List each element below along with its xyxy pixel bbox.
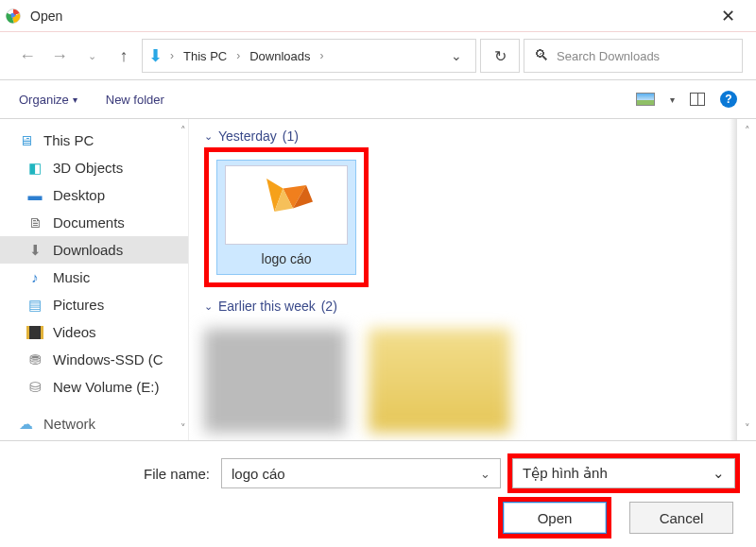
tree-item-network[interactable]: ☁ Network — [0, 410, 188, 437]
pictures-icon: ▤ — [26, 298, 43, 313]
search-icon: 🔍︎ — [534, 47, 549, 64]
chevron-down-icon: ⌄ — [88, 50, 96, 62]
navigation-tree: ˄ 🖥 This PC ◧ 3D Objects ▬ Desktop 🗎 Doc… — [0, 119, 189, 440]
group-label: Earlier this week — [218, 299, 316, 314]
disk-icon: ⛁ — [26, 380, 43, 395]
organize-menu[interactable]: Organize ▾ — [19, 93, 77, 107]
organize-label: Organize — [19, 93, 69, 107]
breadcrumb-item[interactable]: Downloads — [248, 45, 312, 67]
file-item-logo-cao[interactable]: logo cáo — [216, 160, 356, 275]
blurred-file-item[interactable] — [204, 329, 346, 433]
file-type-filter[interactable]: Tệp hình ảnh ⌄ — [512, 458, 735, 488]
chevron-down-icon: ⌄ — [204, 300, 213, 313]
search-placeholder: Search Downloads — [557, 49, 660, 63]
open-button-label: Open — [538, 510, 573, 526]
fox-icon — [253, 172, 319, 238]
tree-label: Videos — [53, 324, 96, 340]
dialog-body: ˄ 🖥 This PC ◧ 3D Objects ▬ Desktop 🗎 Doc… — [0, 119, 756, 440]
blurred-file-item[interactable] — [369, 329, 510, 433]
caret-down-icon[interactable]: ▾ — [670, 94, 675, 105]
tree-item-music[interactable]: ♪ Music — [0, 264, 188, 291]
monitor-icon: 🖥 — [17, 133, 34, 148]
music-icon: ♪ — [26, 270, 43, 285]
content-shadow — [730, 119, 737, 440]
tree-item-new-volume[interactable]: ⛁ New Volume (E:) — [0, 373, 188, 401]
tree-label: Music — [53, 269, 90, 285]
group-header-earlier[interactable]: ⌄ Earlier this week (2) — [204, 299, 737, 314]
window-title: Open — [30, 9, 696, 24]
tree-item-pictures[interactable]: ▤ Pictures — [0, 291, 188, 318]
group-count: (2) — [321, 299, 337, 314]
tree-label: Documents — [53, 214, 125, 231]
open-button[interactable]: Open — [503, 502, 607, 534]
chrome-icon — [6, 9, 21, 24]
new-folder-button[interactable]: New folder — [106, 93, 164, 107]
breadcrumb-dropdown-button[interactable]: ⌄ — [451, 48, 470, 63]
download-icon: ⬇ — [26, 243, 43, 258]
cancel-button[interactable]: Cancel — [629, 502, 733, 534]
svg-marker-4 — [274, 209, 293, 229]
preview-pane-icon[interactable] — [690, 93, 705, 106]
nav-up-button[interactable]: ↑ — [110, 42, 138, 70]
nav-forward-button[interactable]: → — [45, 42, 74, 70]
refresh-button[interactable]: ↻ — [480, 39, 520, 73]
footer-buttons: Open Cancel — [503, 502, 735, 534]
toolbar: Organize ▾ New folder ▾ ? — [0, 79, 756, 119]
arrow-right-icon: → — [51, 46, 68, 66]
content-scroll-down[interactable]: ˅ — [745, 422, 750, 435]
disk-icon: ⛃ — [26, 352, 43, 368]
open-file-dialog: Open ✕ ← → ⌄ ↑ ⬇ › This PC › Downloads ›… — [0, 0, 756, 547]
group-label: Yesterday — [218, 128, 277, 144]
tree-label: Windows-SSD (C — [53, 351, 163, 368]
view-thumbnails-icon[interactable] — [636, 93, 655, 106]
tree-item-videos[interactable]: Videos — [0, 318, 188, 346]
tree-item-3d-objects[interactable]: ◧ 3D Objects — [0, 154, 188, 181]
tree-item-this-pc[interactable]: 🖥 This PC — [0, 127, 188, 154]
arrow-left-icon: ← — [19, 46, 36, 66]
filter-label: Tệp hình ảnh — [523, 465, 608, 482]
filename-label: File name: — [21, 466, 210, 482]
filename-input[interactable]: logo cáo ⌄ — [221, 458, 501, 488]
tree-item-documents[interactable]: 🗎 Documents — [0, 209, 188, 236]
tree-label: Pictures — [53, 297, 104, 313]
videos-icon — [26, 325, 43, 340]
tree-label: New Volume (E:) — [53, 379, 160, 395]
filename-value: logo cáo — [232, 466, 285, 482]
tree-item-downloads[interactable]: ⬇ Downloads — [0, 236, 188, 264]
breadcrumb-item[interactable]: This PC — [181, 45, 229, 67]
desktop-icon: ▬ — [26, 188, 43, 203]
tree-scroll-up[interactable]: ˄ — [180, 125, 186, 137]
content-scroll-up[interactable]: ˄ — [745, 125, 750, 137]
chevron-down-icon[interactable]: ⌄ — [713, 465, 725, 482]
search-input[interactable]: 🔍︎ Search Downloads — [524, 39, 743, 73]
tree-scroll-down[interactable]: ˅ — [180, 422, 186, 435]
breadcrumb-bar[interactable]: ⬇ › This PC › Downloads › ⌄ — [142, 39, 476, 73]
tree-item-windows-ssd[interactable]: ⛃ Windows-SSD (C — [0, 346, 188, 373]
cancel-button-label: Cancel — [660, 510, 704, 526]
downloads-location-icon: ⬇ — [148, 45, 163, 66]
chevron-right-icon: › — [166, 49, 178, 62]
file-thumbnail — [226, 166, 347, 244]
arrow-up-icon: ↑ — [120, 46, 129, 66]
network-icon: ☁ — [17, 417, 34, 432]
tree-label: This PC — [43, 132, 94, 148]
tree-label: Downloads — [53, 242, 123, 258]
nav-row: ← → ⌄ ↑ ⬇ › This PC › Downloads › ⌄ ↻ 🔍︎… — [0, 32, 756, 79]
group-header-yesterday[interactable]: ⌄ Yesterday (1) — [204, 128, 737, 144]
file-name-label: logo cáo — [223, 251, 350, 266]
highlight-selected-file: logo cáo — [204, 147, 369, 287]
help-icon[interactable]: ? — [720, 91, 737, 108]
tree-item-desktop[interactable]: ▬ Desktop — [0, 181, 188, 209]
nav-recent-button[interactable]: ⌄ — [77, 42, 106, 70]
document-icon: 🗎 — [26, 215, 43, 231]
nav-back-button[interactable]: ← — [13, 42, 42, 70]
file-list[interactable]: ˄ ⌄ Yesterday (1) — [189, 119, 756, 440]
chevron-down-icon[interactable]: ⌄ — [480, 467, 490, 481]
close-icon: ✕ — [721, 6, 735, 26]
title-bar: Open ✕ — [0, 0, 756, 32]
caret-down-icon: ▾ — [73, 94, 77, 105]
window-close-button[interactable]: ✕ — [705, 0, 750, 32]
tree-label: Network — [43, 416, 95, 432]
group-count: (1) — [283, 128, 299, 144]
chevron-right-icon: › — [232, 49, 244, 62]
